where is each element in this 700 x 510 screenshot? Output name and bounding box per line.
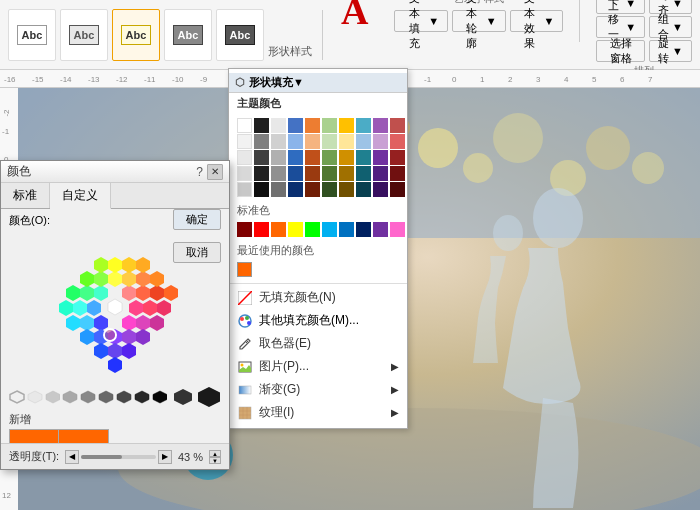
- color-purple[interactable]: [373, 118, 388, 133]
- tab-standard[interactable]: 标准: [1, 183, 50, 208]
- svg-marker-107: [136, 257, 150, 273]
- svg-text:-15: -15: [32, 75, 44, 84]
- std-color-purple[interactable]: [373, 222, 388, 237]
- svg-text:2: 2: [508, 75, 513, 84]
- align-btn[interactable]: 对齐▼: [649, 0, 692, 14]
- right-toolbar-section: A 艺术字样式 文本填充 ▼ 文本轮廓 ▼ 文本效果 ▼: [333, 0, 692, 78]
- select-pane-btn[interactable]: 选择窗格: [596, 40, 645, 62]
- svg-marker-87: [80, 285, 94, 301]
- color-dialog: 颜色 ? ✕ 标准 自定义 确定 取消 颜色(O):: [0, 160, 230, 470]
- svg-text:-13: -13: [88, 75, 100, 84]
- text-fill-btn[interactable]: 文本填充 ▼: [394, 10, 448, 32]
- text-effect-btn[interactable]: 文本效果 ▼: [510, 10, 564, 32]
- text-outline-btn[interactable]: 文本轮廓 ▼: [452, 10, 506, 32]
- svg-marker-97: [108, 357, 122, 373]
- gradient-icon: [237, 382, 253, 398]
- tab-custom[interactable]: 自定义: [50, 183, 111, 209]
- transparency-slider[interactable]: [81, 455, 156, 459]
- svg-marker-122: [198, 387, 220, 407]
- no-fill-item[interactable]: 无填充颜色(N): [229, 286, 407, 309]
- shape-style-btn-5[interactable]: Abc: [216, 9, 264, 61]
- color-black[interactable]: [254, 118, 269, 133]
- picture-item[interactable]: 图片(P)... ▶: [229, 355, 407, 378]
- cancel-button[interactable]: 取消: [173, 242, 221, 263]
- transparency-up-btn[interactable]: ▲: [209, 450, 221, 457]
- standard-colors-grid: [229, 220, 407, 241]
- svg-point-59: [240, 317, 244, 321]
- theme-colors-grid: [229, 114, 407, 201]
- color-yellow[interactable]: [339, 118, 354, 133]
- svg-marker-89: [108, 271, 122, 287]
- svg-point-61: [247, 321, 251, 325]
- texture-item[interactable]: 纹理(I) ▶: [229, 401, 407, 424]
- svg-marker-120: [153, 391, 167, 403]
- eyedropper-icon: [237, 336, 253, 352]
- svg-marker-103: [80, 271, 94, 287]
- ok-button[interactable]: 确定: [173, 209, 221, 230]
- shape-style-btn-3[interactable]: Abc: [112, 9, 160, 61]
- gradient-item[interactable]: 渐变(G) ▶: [229, 378, 407, 401]
- svg-marker-99: [80, 329, 94, 345]
- std-color-lightblue[interactable]: [322, 222, 337, 237]
- shape-style-btn-4[interactable]: Abc: [164, 9, 212, 61]
- color-lightgray[interactable]: [271, 118, 286, 133]
- color-green[interactable]: [322, 118, 337, 133]
- svg-marker-88: [94, 271, 108, 287]
- color-orange[interactable]: [305, 118, 320, 133]
- std-color-yellow[interactable]: [288, 222, 303, 237]
- eyedropper-item[interactable]: 取色器(E): [229, 332, 407, 355]
- std-color-orange[interactable]: [271, 222, 286, 237]
- outline-hex[interactable]: [9, 390, 25, 404]
- svg-marker-108: [150, 271, 164, 287]
- group-btn[interactable]: 组合▼: [649, 16, 692, 38]
- svg-text:6: 6: [620, 75, 625, 84]
- divider-2: [579, 0, 580, 42]
- svg-marker-98: [94, 343, 108, 359]
- menu-sep-1: [229, 283, 407, 284]
- color-cyan[interactable]: [356, 118, 371, 133]
- shape-style-btn-1[interactable]: Abc: [8, 9, 56, 61]
- more-fill-colors-item[interactable]: 其他填充颜色(M)...: [229, 309, 407, 332]
- svg-marker-119: [135, 391, 149, 403]
- std-color-darkblue[interactable]: [356, 222, 371, 237]
- transparency-down-btn[interactable]: ▼: [209, 457, 221, 464]
- svg-marker-79: [136, 285, 150, 301]
- color-blue[interactable]: [288, 118, 303, 133]
- transparency-decrease-btn[interactable]: ◀: [65, 450, 79, 464]
- std-color-blue[interactable]: [339, 222, 354, 237]
- svg-marker-116: [81, 391, 95, 403]
- shape-style-group: Abc Abc Abc Abc Abc 形状样式: [8, 9, 312, 61]
- std-color-red[interactable]: [254, 222, 269, 237]
- svg-point-111: [105, 330, 115, 340]
- transparency-increase-btn[interactable]: ▶: [158, 450, 172, 464]
- new-color-label: 新增: [9, 413, 31, 425]
- svg-point-58: [239, 315, 251, 327]
- color-wheel-svg[interactable]: [35, 232, 195, 382]
- svg-text:5: 5: [592, 75, 597, 84]
- shape-style-btn-2[interactable]: Abc: [60, 9, 108, 61]
- svg-marker-104: [94, 257, 108, 273]
- svg-marker-91: [136, 271, 150, 287]
- svg-text:7: 7: [648, 75, 653, 84]
- texture-arrow: ▶: [391, 407, 399, 418]
- svg-marker-118: [117, 391, 131, 403]
- svg-marker-76: [94, 315, 108, 331]
- color-white[interactable]: [237, 118, 252, 133]
- svg-text:-11: -11: [144, 75, 156, 84]
- arrange-section: 上移一层▼ 对齐▼ 下移一层▼ 组合▼ 选择窗格 旋转▼: [596, 0, 692, 78]
- color-red[interactable]: [390, 118, 405, 133]
- svg-marker-106: [122, 257, 136, 273]
- svg-marker-115: [63, 391, 77, 403]
- rotate-btn[interactable]: 旋转▼: [649, 40, 692, 62]
- down-layer-btn[interactable]: 下移一层▼: [596, 16, 645, 38]
- recent-color-1[interactable]: [237, 262, 252, 277]
- big-a-red[interactable]: A: [341, 0, 368, 30]
- std-color-green[interactable]: [305, 222, 320, 237]
- std-color-darkred[interactable]: [237, 222, 252, 237]
- std-color-pink[interactable]: [390, 222, 405, 237]
- svg-point-54: [533, 188, 583, 248]
- dialog-close-btn[interactable]: ✕: [207, 164, 223, 180]
- dialog-help-btn[interactable]: ?: [196, 165, 203, 179]
- grayscale-row: [1, 386, 229, 408]
- svg-marker-80: [143, 300, 157, 316]
